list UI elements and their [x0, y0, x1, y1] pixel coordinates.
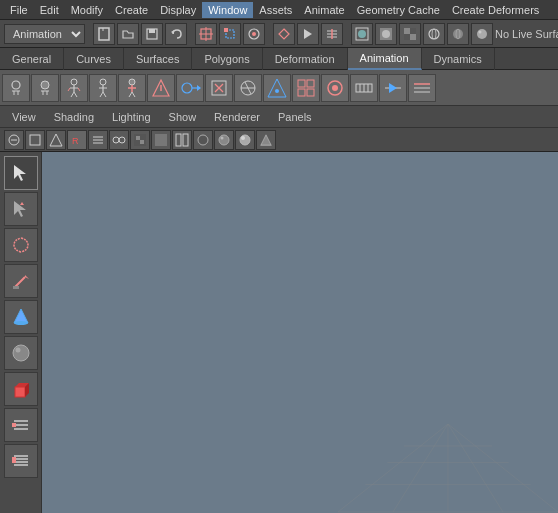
vp-icon-8[interactable]	[151, 130, 171, 150]
anim-icon-5[interactable]	[118, 74, 146, 102]
transform-btn[interactable]	[219, 23, 241, 45]
tab-surfaces[interactable]: Surfaces	[124, 48, 192, 70]
vp-icon-10[interactable]	[193, 130, 213, 150]
keyframe-btn[interactable]	[273, 23, 295, 45]
svg-rect-3	[149, 29, 155, 33]
new-file-btn[interactable]	[93, 23, 115, 45]
anim-icon-8[interactable]	[205, 74, 233, 102]
transform-icon	[223, 27, 237, 41]
menu-edit[interactable]: Edit	[34, 2, 65, 18]
anim-icon-14[interactable]	[379, 74, 407, 102]
svg-rect-121	[12, 423, 16, 427]
sphere-btn[interactable]	[423, 23, 445, 45]
vp-icon-3[interactable]	[46, 130, 66, 150]
anim-icon-9[interactable]	[234, 74, 262, 102]
menu-geometry-cache[interactable]: Geometry Cache	[351, 2, 446, 18]
undo-btn[interactable]	[165, 23, 187, 45]
snap-icon	[247, 27, 261, 41]
layers-tool-icon	[11, 415, 31, 435]
paint-tool[interactable]	[4, 264, 38, 298]
vp-icon-7[interactable]	[130, 130, 150, 150]
select-arrow-tool[interactable]	[4, 156, 38, 190]
svg-point-40	[71, 79, 77, 85]
vp-icon-2[interactable]	[25, 130, 45, 150]
svg-point-26	[429, 29, 439, 39]
menu-window[interactable]: Window	[202, 2, 253, 18]
sphere3-btn[interactable]	[471, 23, 493, 45]
toolbar1: Animation Modeling Rigging Rendering	[0, 20, 558, 48]
lasso-tool[interactable]	[4, 228, 38, 262]
svg-line-130	[448, 424, 503, 512]
cube-tool[interactable]	[4, 372, 38, 406]
anim-icon-11[interactable]	[292, 74, 320, 102]
vp-menu-renderer[interactable]: Renderer	[206, 109, 268, 125]
anim-icon-10[interactable]	[263, 74, 291, 102]
vp-icon-9[interactable]	[172, 130, 192, 150]
anim-icon-4[interactable]	[89, 74, 117, 102]
anim-icon-1[interactable]	[2, 74, 30, 102]
anim-icon-13[interactable]	[350, 74, 378, 102]
cone-tool[interactable]	[4, 300, 38, 334]
render2-btn[interactable]	[375, 23, 397, 45]
svg-rect-71	[298, 89, 305, 96]
vp-icon-12[interactable]	[235, 130, 255, 150]
vp-icon-4[interactable]: R	[67, 130, 87, 150]
anim-icon-2[interactable]	[31, 74, 59, 102]
move-tool[interactable]	[4, 192, 38, 226]
svg-rect-25	[410, 34, 416, 40]
anim-icon-7[interactable]	[176, 74, 204, 102]
vp-icon-13[interactable]	[256, 130, 276, 150]
layers2-tool[interactable]	[4, 444, 38, 478]
undo-icon	[169, 27, 183, 41]
cone-tool-icon	[11, 307, 31, 327]
menu-create[interactable]: Create	[109, 2, 154, 18]
timeline-btn[interactable]	[321, 23, 343, 45]
tab-curves[interactable]: Curves	[64, 48, 124, 70]
vp-menu-shading[interactable]: Shading	[46, 109, 102, 125]
save-file-btn[interactable]	[141, 23, 163, 45]
tab-animation[interactable]: Animation	[348, 48, 422, 70]
vp-menu-view[interactable]: View	[4, 109, 44, 125]
checkerboard-btn[interactable]	[399, 23, 421, 45]
menu-file[interactable]: File	[4, 2, 34, 18]
sphere-tool[interactable]	[4, 336, 38, 370]
vp-icon-11[interactable]	[214, 130, 234, 150]
vp-menu-lighting[interactable]: Lighting	[104, 109, 159, 125]
anim-icon-12[interactable]	[321, 74, 349, 102]
menu-display[interactable]: Display	[154, 2, 202, 18]
svg-point-102	[221, 136, 224, 139]
vp-menu-show[interactable]: Show	[161, 109, 205, 125]
svg-point-68	[275, 89, 279, 93]
vp-icon-5[interactable]	[88, 130, 108, 150]
anim-icon-6[interactable]	[147, 74, 175, 102]
anim-icon-3[interactable]	[60, 74, 88, 102]
sphere2-btn[interactable]	[447, 23, 469, 45]
snap-btn[interactable]	[243, 23, 265, 45]
menu-animate[interactable]: Animate	[298, 2, 350, 18]
animation-dropdown[interactable]: Animation Modeling Rigging Rendering	[4, 24, 85, 44]
render-btn[interactable]	[351, 23, 373, 45]
svg-point-104	[241, 136, 245, 140]
menu-create-deformers[interactable]: Create Deformers	[446, 2, 545, 18]
vp-menu-panels[interactable]: Panels	[270, 109, 320, 125]
anim-icon-15[interactable]	[408, 74, 436, 102]
tab-dynamics[interactable]: Dynamics	[422, 48, 495, 70]
viewport[interactable]	[42, 152, 558, 513]
menu-assets[interactable]: Assets	[253, 2, 298, 18]
select-arrow-icon	[11, 163, 31, 183]
svg-line-128	[393, 424, 448, 512]
playback-btn[interactable]	[297, 23, 319, 45]
sphere-tool-icon	[11, 343, 31, 363]
layers-tool[interactable]	[4, 408, 38, 442]
open-file-btn[interactable]	[117, 23, 139, 45]
sphere2-icon	[451, 27, 465, 41]
paint-tool-icon	[11, 271, 31, 291]
tab-polygons[interactable]: Polygons	[192, 48, 262, 70]
tab-deformation[interactable]: Deformation	[263, 48, 348, 70]
menu-modify[interactable]: Modify	[65, 2, 109, 18]
vp-icon-1[interactable]	[4, 130, 24, 150]
select-tool-btn[interactable]	[195, 23, 217, 45]
timeline-icon	[325, 27, 339, 41]
tab-general[interactable]: General	[0, 48, 64, 70]
vp-icon-6[interactable]	[109, 130, 129, 150]
